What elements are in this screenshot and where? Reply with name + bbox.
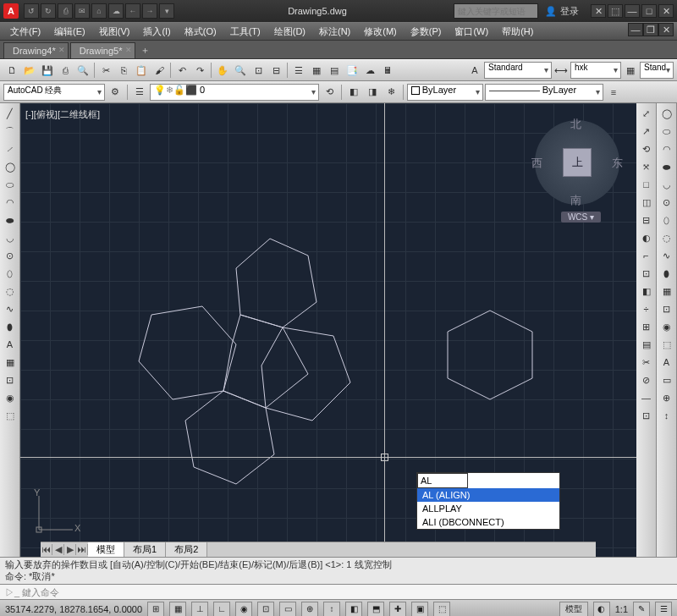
dim-style-icon[interactable]: ⟷ [553, 62, 570, 79]
status-btn[interactable]: ⬒ [367, 602, 384, 617]
status-btn[interactable]: ⊞ [147, 602, 164, 617]
help-icon[interactable]: ⬚ [608, 4, 623, 18]
save-icon[interactable]: 💾 [39, 62, 56, 79]
rotate-icon[interactable]: ⟲ [638, 140, 655, 157]
zoom-prev-icon[interactable]: ⊟ [267, 62, 284, 79]
autocomplete-item[interactable]: ALLPLAY [417, 502, 559, 515]
paste-icon[interactable]: 📋 [133, 62, 150, 79]
dim-icon[interactable]: ▭ [658, 371, 675, 388]
qat-btn[interactable]: ⌂ [91, 3, 107, 19]
layer-prev-icon[interactable]: ⟲ [321, 84, 338, 101]
gradient-icon[interactable]: ⊡ [2, 371, 19, 388]
status-btn[interactable]: ◉ [235, 602, 252, 617]
dim-icon[interactable]: ◉ [658, 318, 675, 335]
donut-icon[interactable]: ⊙ [2, 247, 19, 264]
layer-uniso-icon[interactable]: ◨ [364, 84, 381, 101]
mirror-icon[interactable]: ⤧ [638, 158, 655, 175]
compass-north[interactable]: 北 [570, 117, 581, 132]
zoom-icon[interactable]: 🔍 [232, 62, 249, 79]
match-icon[interactable]: 🖌 [151, 62, 168, 79]
autocomplete-item[interactable]: ALI (DBCONNECT) [417, 515, 559, 529]
break-icon[interactable]: ◧ [638, 283, 655, 300]
new-tab-icon[interactable]: ＋ [137, 41, 154, 58]
dim-icon[interactable]: ∿ [658, 247, 675, 264]
doc-restore-icon[interactable]: ❐ [643, 23, 658, 36]
undo-icon[interactable]: ↶ [173, 62, 190, 79]
dim-icon[interactable]: ◡ [658, 176, 675, 193]
workspace-settings-icon[interactable]: ⚙ [107, 84, 124, 101]
color-select[interactable]: ByLayer [407, 84, 483, 101]
account-area[interactable]: 👤 登录 [545, 5, 579, 18]
dim-icon[interactable]: ⬚ [658, 336, 675, 353]
menu-param[interactable]: 参数(P) [404, 23, 449, 40]
dim-icon[interactable]: ▦ [658, 283, 675, 300]
status-btn[interactable]: ✎ [633, 602, 650, 617]
dim-icon[interactable]: ⊙ [658, 194, 675, 211]
qat-btn[interactable]: ▾ [159, 3, 174, 19]
status-btn[interactable]: ✚ [389, 602, 406, 617]
explode-icon[interactable]: ✂ [638, 354, 655, 371]
status-btn[interactable]: ∟ [213, 602, 230, 617]
viewcube-top-face[interactable]: 上 [563, 148, 592, 177]
close-tab-icon[interactable]: ✕ [58, 46, 65, 54]
close-tab-icon[interactable]: ✕ [125, 46, 132, 54]
lineweight-icon[interactable]: ≡ [605, 84, 622, 101]
copy-icon[interactable]: ⎘ [115, 62, 132, 79]
dim-icon[interactable]: ◌ [658, 229, 675, 246]
minimize-icon[interactable]: — [625, 4, 640, 18]
table-icon[interactable]: ⬚ [2, 407, 19, 424]
open-icon[interactable]: 📂 [21, 62, 38, 79]
menu-edit[interactable]: 编辑(E) [47, 23, 92, 40]
workspace-select[interactable]: AutoCAD 经典 [3, 84, 105, 101]
qat-btn[interactable]: ↻ [41, 3, 56, 19]
viewcube[interactable]: 北 东 南 西 上 [535, 120, 619, 205]
anno-scale[interactable]: 1:1 [615, 604, 628, 614]
doc-close-icon[interactable]: ✕ [658, 23, 674, 36]
dim-icon[interactable]: ⊡ [658, 300, 675, 317]
line-icon[interactable]: ╱ [2, 105, 19, 122]
fillet-icon[interactable]: ▤ [638, 336, 655, 353]
file-tab[interactable]: Drawing5*✕ [70, 42, 135, 58]
arc2-icon[interactable]: ◠ [2, 194, 19, 211]
redo-icon[interactable]: ↷ [191, 62, 208, 79]
status-btn[interactable]: ⬚ [433, 602, 450, 617]
dim-icon[interactable]: ⬮ [658, 265, 675, 282]
command-line[interactable]: 输入要放弃的操作数目或 [自动(A)/控制(C)/开始(BE)/结束(E)/标记… [0, 557, 677, 584]
sheetset-icon[interactable]: 📑 [344, 62, 361, 79]
join-icon[interactable]: ÷ [638, 300, 655, 317]
status-btn[interactable]: ▣ [411, 602, 428, 617]
layout-tab[interactable]: 布局1 [124, 542, 166, 557]
tab-first-icon[interactable]: ⏮ [41, 544, 52, 555]
text-style-icon[interactable]: A [466, 62, 483, 79]
search-input[interactable] [454, 3, 538, 19]
tab-next-icon[interactable]: ▶ [64, 544, 76, 555]
status-btn[interactable]: ◐ [593, 602, 610, 617]
ellipse-icon[interactable]: ⬭ [2, 176, 19, 193]
dim-icon[interactable]: A [658, 354, 675, 371]
tool-icon[interactable]: — [638, 389, 655, 406]
status-btn[interactable]: ⊥ [191, 602, 208, 617]
autocomplete-item[interactable]: AL (ALIGN) [417, 488, 559, 502]
layer-select[interactable]: 💡❄🔓⬛ 0 [150, 84, 319, 101]
text-icon[interactable]: A [2, 336, 19, 353]
region-icon[interactable]: ◉ [2, 389, 19, 406]
qat-btn[interactable]: ⎙ [58, 3, 73, 19]
model-space-btn[interactable]: 模型 [559, 602, 588, 617]
menu-help[interactable]: 帮助(H) [495, 23, 540, 40]
status-btn[interactable]: ↕ [323, 602, 340, 617]
arc-icon[interactable]: ⌒ [2, 123, 19, 140]
status-btn[interactable]: ⊕ [301, 602, 318, 617]
compass-south[interactable]: 南 [570, 193, 581, 208]
menu-insert[interactable]: 插入(I) [136, 23, 177, 40]
polygon-icon[interactable]: ◡ [2, 229, 19, 246]
dim-icon[interactable]: ◠ [658, 140, 675, 157]
app-logo[interactable]: A [3, 3, 19, 19]
zoom-window-icon[interactable]: ⊡ [250, 62, 267, 79]
circle-icon[interactable]: ◯ [2, 158, 19, 175]
markup-icon[interactable]: ☁ [361, 62, 378, 79]
move-icon[interactable]: ⤢ [638, 105, 655, 122]
properties-icon[interactable]: ☰ [290, 62, 307, 79]
menu-modify[interactable]: 修改(M) [357, 23, 404, 40]
compass-east[interactable]: 东 [612, 156, 623, 171]
drawing-canvas[interactable]: [-][俯视][二维线框] 北 东 南 西 上 WCS ▾ [20, 103, 636, 557]
